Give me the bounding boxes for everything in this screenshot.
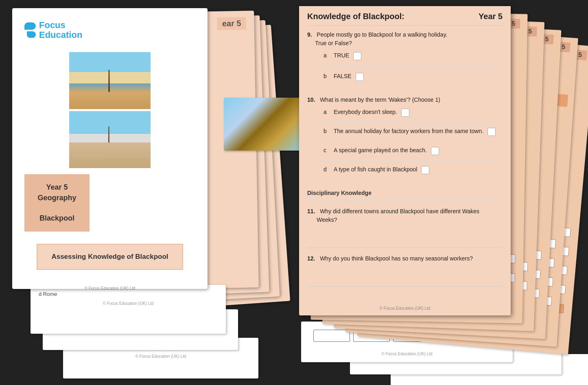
option-10c: c A special game played on the beach.	[315, 146, 503, 156]
question-10-text: 10. What is meant by the term 'Wakes'? (…	[307, 96, 503, 104]
q-line-9b	[315, 87, 503, 88]
option-10d: d A type of fish caught in Blackpool	[315, 165, 503, 175]
subtitle-text: Assessing Knowledge of Blackpool	[46, 252, 174, 262]
q-line-dk	[307, 200, 503, 201]
q-line-10d	[315, 179, 503, 180]
year-label-1: ear 5	[217, 17, 246, 30]
option-9a: a TRUE	[315, 51, 503, 61]
logo-container: Focus Education	[24, 20, 195, 40]
cover-page: Focus Education Year 5GeographyBlackpool	[12, 8, 208, 289]
option-9b-text: FALSE	[334, 73, 352, 79]
snippet-image	[224, 98, 305, 151]
disciplinary-label: Disciplinary Knowledge	[307, 190, 503, 196]
logo-education: Education	[39, 30, 82, 40]
cover-header: Focus Education	[12, 8, 208, 48]
cover-footer: © Focus Education (UK) Ltd	[12, 282, 208, 295]
q-line-9a	[315, 66, 503, 67]
question-paper: Knowledge of Blackpool: Year 5 9. People…	[299, 6, 511, 315]
option-9b-letter: b	[324, 73, 330, 79]
option-10a: a Everybody doesn't sleep.	[315, 107, 503, 118]
rb1-ab-1	[313, 330, 350, 342]
question-10-number: 10.	[307, 96, 315, 103]
option-10a-letter: a	[324, 109, 330, 115]
option-9a-letter: a	[324, 52, 330, 59]
q-line-10b	[315, 141, 503, 142]
title-text: Year 5GeographyBlackpool	[31, 182, 83, 223]
bottom-footer-1: © Focus Education (UK) Ltd	[31, 299, 226, 308]
question-9: 9. People mostly go to Blackpool for a w…	[307, 31, 503, 89]
question-12: 12. Why do you think Blackpool has so ma…	[307, 254, 503, 287]
rb1-footer: © Focus Education (UK) Ltd	[301, 350, 513, 358]
question-title: Knowledge of Blackpool:	[307, 12, 404, 21]
question-9-number: 9.	[307, 31, 312, 38]
question-12-text: 12. Why do you think Blackpool has so ma…	[307, 254, 503, 263]
q-line-10c	[315, 160, 503, 161]
question-9-options: a TRUE b FALSE	[307, 51, 503, 89]
option-10b-text: The annual holiday for factory workers f…	[334, 128, 483, 134]
logo-focus: Focus	[39, 20, 82, 30]
question-content: 9. People mostly go to Blackpool for a w…	[299, 26, 511, 297]
subtitle-box: Assessing Knowledge of Blackpool	[37, 244, 183, 270]
option-10c-text: A special game played on the beach.	[334, 147, 427, 153]
question-footer: © Focus Education (UK) Ltd	[299, 306, 511, 311]
question-12-answer-space	[307, 266, 503, 287]
q-line-10a	[315, 122, 503, 122]
option-10d-letter: d	[324, 166, 330, 173]
logo-bubble-bottom	[27, 31, 36, 38]
question-12-number: 12.	[307, 255, 315, 262]
option-10b-letter: b	[324, 128, 330, 134]
question-11-text: 11. Why did different towns around Black…	[307, 207, 503, 224]
blackpool-beach-photo	[69, 111, 151, 168]
image-snippet	[224, 98, 305, 151]
option-9a-box[interactable]	[353, 52, 361, 60]
cover-images-area	[12, 52, 208, 168]
question-9-text: 9. People mostly go to Blackpool for a w…	[307, 31, 503, 48]
option-10b: b The annual holiday for factory workers…	[315, 127, 503, 137]
option-10d-box[interactable]	[421, 166, 429, 174]
question-header: Knowledge of Blackpool: Year 5	[299, 6, 511, 25]
question-11-answer-space	[307, 228, 503, 248]
blackpool-tower-photo	[69, 52, 151, 109]
option-9a-text: TRUE	[334, 52, 349, 59]
logo-icon	[24, 22, 36, 38]
question-10: 10. What is meant by the term 'Wakes'? (…	[307, 96, 503, 182]
option-10a-box[interactable]	[401, 109, 409, 117]
tower-silhouette	[108, 70, 110, 92]
question-11: 11. Why did different towns around Black…	[307, 207, 503, 248]
bottom-footer-3: © Focus Education (UK) Ltd	[63, 352, 258, 361]
question-11-number: 11.	[307, 208, 315, 214]
main-scene: ear 5 e around ear 5 o see. ear 5 mean? …	[0, 0, 588, 385]
option-9b-box[interactable]	[356, 73, 364, 81]
option-10d-text: A type of fish caught in Blackpool	[334, 166, 417, 173]
option-9b: b FALSE	[315, 72, 503, 82]
beach-tower-silhouette	[108, 126, 109, 142]
logo-text: Focus Education	[39, 20, 82, 40]
cover-photo-stack	[69, 52, 151, 168]
logo-bubble-top	[24, 22, 36, 30]
option-10c-letter: c	[324, 147, 330, 153]
question-10-options: a Everybody doesn't sleep. b The annual …	[307, 107, 503, 182]
option-10c-box[interactable]	[431, 147, 439, 155]
option-10b-box[interactable]	[487, 128, 496, 136]
question-year: Year 5	[479, 12, 503, 21]
title-box: Year 5GeographyBlackpool	[24, 174, 90, 232]
option-10a-text: Everybody doesn't sleep.	[334, 109, 397, 115]
